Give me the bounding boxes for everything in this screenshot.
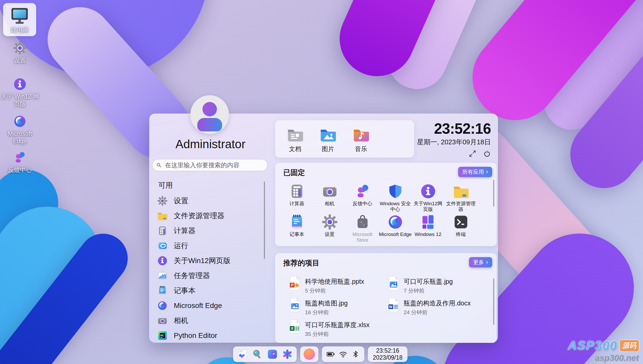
taskbar: 23:52:16 2023/09/18 [233,346,407,362]
pinned-app-label: Windows 12 [415,232,442,237]
quick-access-label: 音乐 [355,145,367,153]
pinned-app-edge[interactable]: Microsoft Edge [379,214,412,237]
avatar-body [197,118,222,131]
pinned-app-camera[interactable]: 相机 [313,183,346,207]
recommended-file[interactable]: 科学地使用瓶盖.pptx 5 分钟前 [289,276,364,294]
menu-item-about-win12[interactable]: 关于Win12网页版 [150,253,266,268]
avatar[interactable] [190,95,229,134]
pinned-app-label: 终端 [456,232,466,237]
scrollbar[interactable] [493,278,494,325]
desktop-icon-label: Microsoft Edge [1,130,39,145]
bluetooth-icon[interactable] [351,350,360,359]
folder-icon [157,211,168,221]
menu-item-label: 设置 [174,196,188,206]
start-button-icon[interactable] [237,349,248,360]
desktop-icon-about-win12[interactable]: 关于 Win12 网页版 [1,77,39,108]
pinned-app-calculator[interactable]: 计算器 [280,183,313,207]
pinned-app-label: Windows 安全中心 [379,201,412,212]
pinned-app-terminal[interactable]: 终端 [444,214,477,237]
pinned-app-file-explorer[interactable]: 文件资源管理器 [444,183,477,212]
quick-access-music[interactable]: 音乐 [346,126,377,153]
word-file-icon [388,297,399,312]
battery-icon[interactable] [326,350,335,359]
more-label: 更多 [473,259,484,266]
orange-orb-icon[interactable] [304,349,315,360]
menu-item-calculator[interactable]: 计算器 [150,223,266,238]
pinned-app-label: 相机 [325,201,335,207]
desktop-icon-edge[interactable]: Microsoft Edge [1,115,39,145]
folder-icon [453,183,469,199]
pinned-app-about-win12[interactable]: 关于Win12网页版 [412,183,444,212]
gear-icon [13,41,27,55]
image-file-icon [289,297,301,312]
pinned-app-notepad[interactable]: 记事本 [280,214,313,237]
calculator-icon [157,226,168,236]
search-input[interactable] [164,161,264,169]
menu-item-task-manager[interactable]: 任务管理器 [150,268,266,283]
pinned-app-windows-security[interactable]: Windows 安全中心 [379,183,412,212]
all-apps-button[interactable]: 所有应用 › [458,167,492,177]
recommended-card: 推荐的项目 更多 › 科学地使用瓶盖.pptx 5 分钟前 可口可乐瓶盖.jpg… [275,253,497,343]
music-folder-icon [353,126,369,143]
menu-item-run[interactable]: 运行 [150,238,266,253]
pinned-app-windows-12[interactable]: Windows 12 [412,214,444,237]
recommended-file[interactable]: 可口可乐瓶盖.jpg 7 分钟前 [388,276,453,294]
python-editor-icon [157,330,168,341]
menu-item-notepad[interactable]: 记事本 [150,283,266,298]
pinwheel-icon[interactable] [282,349,293,360]
feedback-icon [13,151,27,164]
pinned-app-label: Microsoft Edge [379,232,412,237]
chevron-right-icon: › [486,169,488,175]
recommended-file[interactable]: 可口可乐瓶盖厚度.xlsx 35 分钟前 [289,319,370,338]
taskbar-app-group [233,346,297,362]
menu-item-label: 计算器 [174,226,195,236]
pinned-app-label: 关于Win12网页版 [412,201,444,212]
recommended-file-time: 16 分钟前 [305,309,348,316]
search-box[interactable] [152,159,268,171]
recommended-file-name: 可口可乐瓶盖厚度.xlsx [305,321,370,329]
pinned-app-settings[interactable]: 设置 [313,214,346,237]
menu-item-settings[interactable]: 设置 [150,193,266,208]
info-icon [13,77,27,91]
quick-access-documents[interactable]: 文档 [280,126,311,153]
recommended-file[interactable]: 瓶盖构造图.jpg 16 分钟前 [289,297,348,316]
image-file-icon [388,276,399,291]
pinned-app-feedback-hub[interactable]: 反馈中心 [346,183,379,207]
quick-access-pictures[interactable]: 图片 [312,126,343,153]
edge-icon [157,300,168,311]
scrollbar[interactable] [493,180,494,207]
taskbar-clock[interactable]: 23:52:16 2023/09/18 [368,346,407,362]
available-app-list: 设置 文件资源管理器 计算器 运行 关于Win12网页版 任务管理器 记事本 [150,193,266,343]
more-button[interactable]: 更多 › [469,257,492,267]
info-icon [420,183,436,199]
wifi-icon[interactable] [339,350,348,359]
menu-item-file-explorer[interactable]: 文件资源管理器 [150,208,266,223]
quick-access-card: 文档 图片 音乐 [275,120,414,157]
menu-item-label: Microsoft Edge [174,302,222,310]
pinned-app-microsoft-store[interactable]: Microsoft Store [346,214,379,243]
menu-item-label: 相机 [174,316,188,326]
search-lens-icon[interactable] [252,349,263,360]
recommended-file[interactable]: 瓶盖的构造及作用.docx 24 分钟前 [388,297,471,316]
menu-item-edge[interactable]: Microsoft Edge [150,298,266,313]
watermark: ASP300 源码 asp300.net [568,338,639,363]
computer-icon [10,6,29,26]
pinned-app-label: 计算器 [289,201,304,207]
info-icon [157,256,168,266]
pinned-app-label: 文件资源管理器 [444,201,477,212]
menu-item-python-editor[interactable]: Python Editor [150,328,266,343]
scrollbar[interactable] [264,181,265,259]
expand-icon[interactable] [469,150,476,157]
menu-item-camera[interactable]: 相机 [150,313,266,328]
run-icon [157,241,168,251]
excel-file-icon [289,319,301,334]
pinned-app-label: 记事本 [289,232,304,237]
desktop-icon-this-pc[interactable]: 此电脑 [3,3,36,36]
widgets-icon[interactable] [267,349,278,360]
desktop-icon-feedback-hub[interactable]: 反馈中心 [1,151,39,174]
recommended-section-title: 推荐的项目 [283,258,319,268]
power-icon[interactable] [483,150,491,157]
start-menu: Administrator 可用 设置 文件资源管理器 计算器 运行 关于Win… [149,114,498,343]
chevron-right-icon: › [486,259,488,265]
desktop-icon-settings[interactable]: 设置 [1,41,39,64]
